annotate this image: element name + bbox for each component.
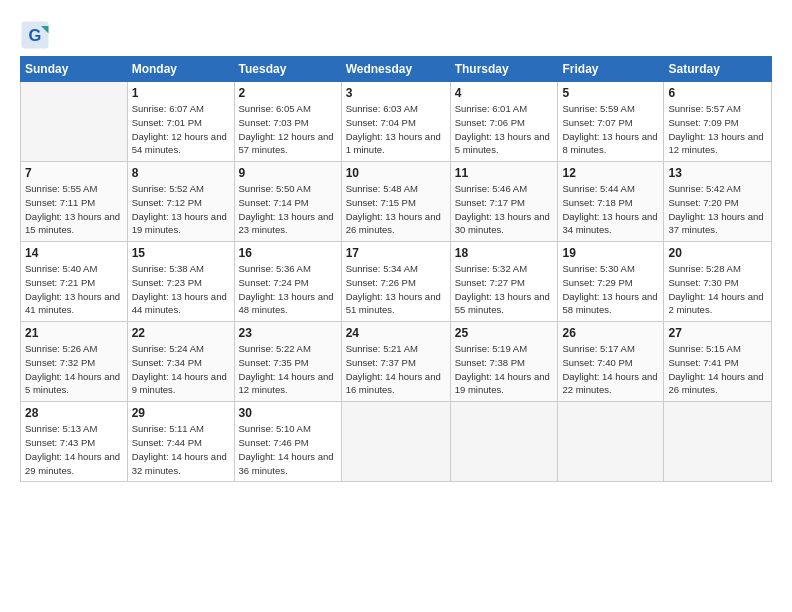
- logo-icon: G: [20, 20, 50, 50]
- day-number: 19: [562, 246, 659, 260]
- day-number: 6: [668, 86, 767, 100]
- calendar-cell: 28Sunrise: 5:13 AMSunset: 7:43 PMDayligh…: [21, 402, 128, 482]
- day-number: 28: [25, 406, 123, 420]
- calendar-cell: [558, 402, 664, 482]
- day-number: 3: [346, 86, 446, 100]
- calendar-cell: 17Sunrise: 5:34 AMSunset: 7:26 PMDayligh…: [341, 242, 450, 322]
- calendar-cell: 23Sunrise: 5:22 AMSunset: 7:35 PMDayligh…: [234, 322, 341, 402]
- day-number: 11: [455, 166, 554, 180]
- day-number: 18: [455, 246, 554, 260]
- day-number: 15: [132, 246, 230, 260]
- day-info: Sunrise: 5:42 AMSunset: 7:20 PMDaylight:…: [668, 182, 767, 237]
- day-info: Sunrise: 5:40 AMSunset: 7:21 PMDaylight:…: [25, 262, 123, 317]
- day-number: 12: [562, 166, 659, 180]
- weekday-header-friday: Friday: [558, 57, 664, 82]
- day-info: Sunrise: 5:28 AMSunset: 7:30 PMDaylight:…: [668, 262, 767, 317]
- day-number: 5: [562, 86, 659, 100]
- day-number: 22: [132, 326, 230, 340]
- day-info: Sunrise: 6:03 AMSunset: 7:04 PMDaylight:…: [346, 102, 446, 157]
- calendar-cell: 11Sunrise: 5:46 AMSunset: 7:17 PMDayligh…: [450, 162, 558, 242]
- day-number: 7: [25, 166, 123, 180]
- day-info: Sunrise: 5:57 AMSunset: 7:09 PMDaylight:…: [668, 102, 767, 157]
- day-number: 8: [132, 166, 230, 180]
- calendar-cell: [21, 82, 128, 162]
- calendar-cell: [450, 402, 558, 482]
- day-number: 4: [455, 86, 554, 100]
- day-number: 2: [239, 86, 337, 100]
- day-info: Sunrise: 5:48 AMSunset: 7:15 PMDaylight:…: [346, 182, 446, 237]
- calendar-cell: 16Sunrise: 5:36 AMSunset: 7:24 PMDayligh…: [234, 242, 341, 322]
- day-info: Sunrise: 5:26 AMSunset: 7:32 PMDaylight:…: [25, 342, 123, 397]
- day-info: Sunrise: 5:15 AMSunset: 7:41 PMDaylight:…: [668, 342, 767, 397]
- logo: G: [20, 20, 54, 50]
- calendar-cell: 7Sunrise: 5:55 AMSunset: 7:11 PMDaylight…: [21, 162, 128, 242]
- header: G: [20, 20, 772, 50]
- calendar-cell: 27Sunrise: 5:15 AMSunset: 7:41 PMDayligh…: [664, 322, 772, 402]
- calendar-cell: 10Sunrise: 5:48 AMSunset: 7:15 PMDayligh…: [341, 162, 450, 242]
- calendar-cell: 21Sunrise: 5:26 AMSunset: 7:32 PMDayligh…: [21, 322, 128, 402]
- day-info: Sunrise: 6:07 AMSunset: 7:01 PMDaylight:…: [132, 102, 230, 157]
- day-info: Sunrise: 5:55 AMSunset: 7:11 PMDaylight:…: [25, 182, 123, 237]
- day-number: 17: [346, 246, 446, 260]
- day-info: Sunrise: 5:10 AMSunset: 7:46 PMDaylight:…: [239, 422, 337, 477]
- calendar-cell: 8Sunrise: 5:52 AMSunset: 7:12 PMDaylight…: [127, 162, 234, 242]
- weekday-header-wednesday: Wednesday: [341, 57, 450, 82]
- calendar-cell: 20Sunrise: 5:28 AMSunset: 7:30 PMDayligh…: [664, 242, 772, 322]
- day-number: 20: [668, 246, 767, 260]
- calendar-cell: 6Sunrise: 5:57 AMSunset: 7:09 PMDaylight…: [664, 82, 772, 162]
- calendar-cell: 9Sunrise: 5:50 AMSunset: 7:14 PMDaylight…: [234, 162, 341, 242]
- day-info: Sunrise: 5:52 AMSunset: 7:12 PMDaylight:…: [132, 182, 230, 237]
- day-info: Sunrise: 5:17 AMSunset: 7:40 PMDaylight:…: [562, 342, 659, 397]
- day-info: Sunrise: 5:50 AMSunset: 7:14 PMDaylight:…: [239, 182, 337, 237]
- svg-text:G: G: [29, 26, 42, 44]
- day-number: 1: [132, 86, 230, 100]
- calendar-cell: 19Sunrise: 5:30 AMSunset: 7:29 PMDayligh…: [558, 242, 664, 322]
- calendar-week-2: 7Sunrise: 5:55 AMSunset: 7:11 PMDaylight…: [21, 162, 772, 242]
- calendar-cell: 2Sunrise: 6:05 AMSunset: 7:03 PMDaylight…: [234, 82, 341, 162]
- day-info: Sunrise: 5:11 AMSunset: 7:44 PMDaylight:…: [132, 422, 230, 477]
- day-number: 27: [668, 326, 767, 340]
- day-info: Sunrise: 5:59 AMSunset: 7:07 PMDaylight:…: [562, 102, 659, 157]
- calendar-cell: [664, 402, 772, 482]
- day-info: Sunrise: 6:05 AMSunset: 7:03 PMDaylight:…: [239, 102, 337, 157]
- day-number: 10: [346, 166, 446, 180]
- weekday-header-saturday: Saturday: [664, 57, 772, 82]
- day-number: 29: [132, 406, 230, 420]
- calendar-cell: 26Sunrise: 5:17 AMSunset: 7:40 PMDayligh…: [558, 322, 664, 402]
- day-info: Sunrise: 5:30 AMSunset: 7:29 PMDaylight:…: [562, 262, 659, 317]
- day-info: Sunrise: 5:36 AMSunset: 7:24 PMDaylight:…: [239, 262, 337, 317]
- day-number: 24: [346, 326, 446, 340]
- day-info: Sunrise: 5:24 AMSunset: 7:34 PMDaylight:…: [132, 342, 230, 397]
- calendar-week-5: 28Sunrise: 5:13 AMSunset: 7:43 PMDayligh…: [21, 402, 772, 482]
- calendar-week-4: 21Sunrise: 5:26 AMSunset: 7:32 PMDayligh…: [21, 322, 772, 402]
- calendar-cell: 13Sunrise: 5:42 AMSunset: 7:20 PMDayligh…: [664, 162, 772, 242]
- calendar-week-3: 14Sunrise: 5:40 AMSunset: 7:21 PMDayligh…: [21, 242, 772, 322]
- calendar-table: SundayMondayTuesdayWednesdayThursdayFrid…: [20, 56, 772, 482]
- day-info: Sunrise: 5:32 AMSunset: 7:27 PMDaylight:…: [455, 262, 554, 317]
- day-info: Sunrise: 5:46 AMSunset: 7:17 PMDaylight:…: [455, 182, 554, 237]
- calendar-cell: 3Sunrise: 6:03 AMSunset: 7:04 PMDaylight…: [341, 82, 450, 162]
- day-number: 16: [239, 246, 337, 260]
- day-number: 25: [455, 326, 554, 340]
- weekday-header-sunday: Sunday: [21, 57, 128, 82]
- day-number: 14: [25, 246, 123, 260]
- day-number: 13: [668, 166, 767, 180]
- weekday-row: SundayMondayTuesdayWednesdayThursdayFrid…: [21, 57, 772, 82]
- weekday-header-thursday: Thursday: [450, 57, 558, 82]
- day-info: Sunrise: 6:01 AMSunset: 7:06 PMDaylight:…: [455, 102, 554, 157]
- day-info: Sunrise: 5:44 AMSunset: 7:18 PMDaylight:…: [562, 182, 659, 237]
- calendar-cell: [341, 402, 450, 482]
- day-info: Sunrise: 5:38 AMSunset: 7:23 PMDaylight:…: [132, 262, 230, 317]
- calendar-cell: 18Sunrise: 5:32 AMSunset: 7:27 PMDayligh…: [450, 242, 558, 322]
- calendar-cell: 25Sunrise: 5:19 AMSunset: 7:38 PMDayligh…: [450, 322, 558, 402]
- day-number: 9: [239, 166, 337, 180]
- day-number: 26: [562, 326, 659, 340]
- calendar-cell: 15Sunrise: 5:38 AMSunset: 7:23 PMDayligh…: [127, 242, 234, 322]
- calendar-cell: 1Sunrise: 6:07 AMSunset: 7:01 PMDaylight…: [127, 82, 234, 162]
- day-info: Sunrise: 5:34 AMSunset: 7:26 PMDaylight:…: [346, 262, 446, 317]
- calendar-week-1: 1Sunrise: 6:07 AMSunset: 7:01 PMDaylight…: [21, 82, 772, 162]
- day-number: 21: [25, 326, 123, 340]
- day-info: Sunrise: 5:13 AMSunset: 7:43 PMDaylight:…: [25, 422, 123, 477]
- day-number: 23: [239, 326, 337, 340]
- calendar-cell: 12Sunrise: 5:44 AMSunset: 7:18 PMDayligh…: [558, 162, 664, 242]
